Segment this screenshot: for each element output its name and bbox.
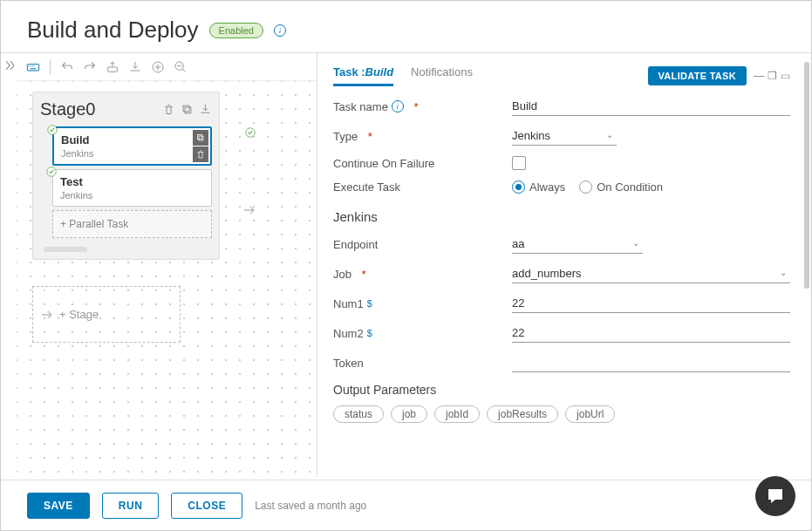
svg-point-2 <box>29 65 30 66</box>
task-card-build[interactable]: Build Jenkins <box>52 126 212 166</box>
radio-always[interactable]: Always <box>512 180 565 194</box>
canvas-area: Stage0 Build Jenkins <box>17 53 317 477</box>
copy-stage-icon[interactable] <box>181 103 194 116</box>
output-pill[interactable]: job <box>391 405 427 423</box>
svg-point-4 <box>32 65 33 66</box>
validate-task-button[interactable]: VALIDATE TASK <box>648 66 747 85</box>
svg-point-5 <box>34 65 35 66</box>
output-params-title: Output Parameters <box>333 383 790 397</box>
job-label: Job <box>333 268 351 281</box>
arrow-right-icon <box>42 310 54 319</box>
info-icon[interactable]: i <box>392 100 404 112</box>
task-type: Jenkins <box>60 190 204 201</box>
task-type: Jenkins <box>61 148 203 159</box>
endpoint-select[interactable] <box>512 235 643 254</box>
delete-stage-icon[interactable] <box>162 103 175 116</box>
page-title: Build and Deploy <box>27 17 199 44</box>
execute-label: Execute Task <box>333 180 400 194</box>
svg-rect-6 <box>108 67 118 71</box>
check-icon <box>47 125 58 135</box>
task-name-input[interactable] <box>512 97 790 116</box>
task-name: Test <box>60 175 204 188</box>
num2-input[interactable] <box>512 323 790 343</box>
status-badge: Enabled <box>209 23 263 38</box>
collapse-sidebar-button[interactable] <box>1 53 17 477</box>
jenkins-section-title: Jenkins <box>333 209 790 224</box>
add-icon[interactable] <box>150 59 166 75</box>
undo-icon[interactable] <box>59 59 75 75</box>
last-saved-text: Last saved a month ago <box>255 500 366 512</box>
svg-point-3 <box>31 65 31 66</box>
radio-on-condition[interactable]: On Condition <box>579 180 663 194</box>
chat-widget[interactable] <box>755 476 795 516</box>
close-button[interactable]: CLOSE <box>171 493 242 519</box>
output-pill[interactable]: jobUrl <box>565 405 615 423</box>
check-icon <box>245 127 256 138</box>
arrow-right-icon <box>244 206 256 214</box>
stage-connector <box>240 127 261 214</box>
import-icon[interactable] <box>127 59 143 75</box>
svg-rect-1 <box>31 68 37 69</box>
save-button[interactable]: SAVE <box>27 493 90 519</box>
endpoint-label: Endpoint <box>333 238 378 251</box>
tab-notifications[interactable]: Notifications <box>411 65 473 86</box>
num1-input[interactable] <box>512 294 790 313</box>
minimize-icon[interactable]: — <box>754 70 764 82</box>
svg-rect-9 <box>185 107 191 113</box>
continue-label: Continue On Failure <box>333 157 434 170</box>
redo-icon[interactable] <box>82 59 98 75</box>
tab-task[interactable]: Task :Build <box>333 65 393 86</box>
delete-task-icon[interactable] <box>193 146 208 162</box>
page-header: Build and Deploy Enabled i <box>1 1 811 52</box>
export-icon[interactable] <box>105 59 120 75</box>
task-card-test[interactable]: Test Jenkins <box>52 169 212 207</box>
canvas-toolbar <box>17 53 317 81</box>
stage-name: Stage0 <box>40 99 95 119</box>
output-pill[interactable]: status <box>333 405 384 423</box>
num2-label: Num2 <box>333 327 364 340</box>
add-stage[interactable]: + Stage <box>32 286 181 343</box>
svg-rect-0 <box>27 64 38 70</box>
task-name-label: Task name <box>333 100 388 113</box>
output-pill[interactable]: jobResults <box>487 405 558 423</box>
panel-scrollbar[interactable] <box>804 62 809 289</box>
output-pill[interactable]: jobId <box>434 405 480 423</box>
check-icon <box>46 167 57 177</box>
info-icon[interactable]: i <box>274 24 286 37</box>
type-select[interactable] <box>512 126 617 146</box>
svg-rect-13 <box>198 135 202 140</box>
pipeline-canvas[interactable]: Stage0 Build Jenkins <box>17 81 317 477</box>
keyboard-icon[interactable] <box>25 59 41 75</box>
stage-scrollbar[interactable] <box>44 247 87 252</box>
run-button[interactable]: RUN <box>102 493 160 519</box>
job-select[interactable] <box>512 264 790 283</box>
continue-checkbox[interactable] <box>512 156 526 170</box>
copy-task-icon[interactable] <box>193 130 208 146</box>
task-name: Build <box>61 133 203 146</box>
svg-rect-10 <box>183 106 189 112</box>
stage-card[interactable]: Stage0 Build Jenkins <box>32 92 220 260</box>
num1-label: Num1 <box>333 297 364 310</box>
restore-icon[interactable]: ❐ <box>768 70 777 82</box>
add-parallel-task[interactable]: + Parallel Task <box>52 210 212 238</box>
zoom-out-icon[interactable] <box>173 59 188 75</box>
token-input[interactable] <box>512 353 790 372</box>
svg-rect-12 <box>199 136 203 140</box>
maximize-icon[interactable]: ▭ <box>781 70 790 82</box>
add-stage-label: + Stage <box>59 308 99 321</box>
footer: SAVE RUN CLOSE Last saved a month ago <box>1 480 811 530</box>
type-label: Type <box>333 130 358 143</box>
properties-panel: Task :Build Notifications VALIDATE TASK … <box>317 53 811 477</box>
token-label: Token <box>333 357 364 370</box>
download-stage-icon[interactable] <box>199 103 212 116</box>
